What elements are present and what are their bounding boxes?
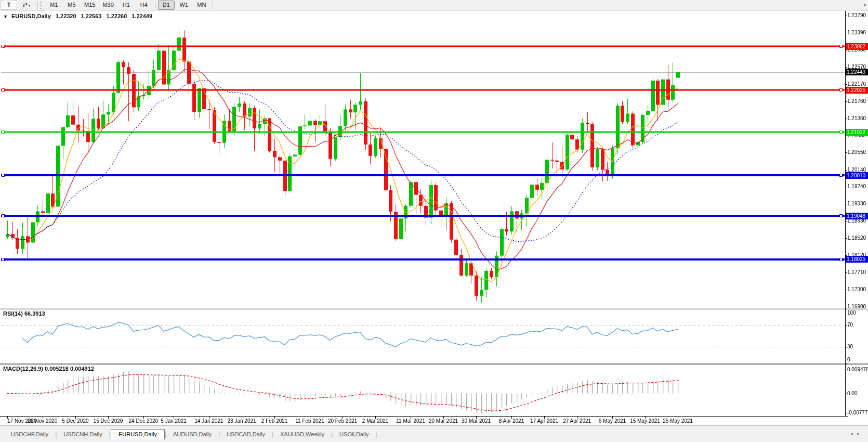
timeframe-button-h1[interactable]: H1 xyxy=(118,1,135,10)
chart-tab-usdcnh[interactable]: USDCNH,Daily xyxy=(57,430,109,439)
timeframe-button-h4[interactable]: H4 xyxy=(136,1,152,10)
timeframe-button-mn[interactable]: MN xyxy=(193,1,210,10)
timeframe-button-d1[interactable]: D1 xyxy=(158,1,175,10)
chart-tab-eurusd[interactable]: EURUSD,Daily xyxy=(111,429,165,439)
tabs-scroll-left-icon[interactable]: ◂ xyxy=(850,431,857,436)
tab-separator: | xyxy=(375,431,377,438)
chart-tab-usdcad[interactable]: USDCAD,Daily xyxy=(220,430,272,439)
text-tool-button[interactable]: T xyxy=(1,1,17,10)
timeframe-button-w1[interactable]: W1 xyxy=(176,1,192,10)
toolbar-separator xyxy=(155,2,155,9)
timeframe-button-m30[interactable]: M30 xyxy=(99,1,116,10)
chevron-down-icon: ▾ xyxy=(29,3,31,8)
trading-terminal-window: { "toolbar": { "text_tool": "T", "tools_… xyxy=(0,0,868,442)
chart-tab-xauusd[interactable]: XAUUSD,Weekly xyxy=(273,430,331,439)
timeframe-button-m15[interactable]: M15 xyxy=(81,1,98,10)
timeframe-toolbar: T ⇄▾ M1M5M15M30H1H4D1W1MN ▴ xyxy=(0,0,868,10)
toolbar-separator xyxy=(37,2,38,9)
timeframe-button-m1[interactable]: M1 xyxy=(46,1,62,10)
chart-tab-bar: USDCHF,Daily|USDCNH,Daily|EURUSD,Daily|A… xyxy=(0,425,868,442)
toolbar-overflow-icon[interactable]: ▴ xyxy=(863,2,866,7)
toolbar-grip xyxy=(41,2,44,9)
timeframe-button-m5[interactable]: M5 xyxy=(63,1,80,10)
chart-tab-usoil[interactable]: USOil,Daily xyxy=(333,430,375,439)
toolbar-separator xyxy=(213,2,213,9)
tabs-scroll-right-icon[interactable]: ▸ xyxy=(857,431,864,436)
chart-tab-usdchf[interactable]: USDCHF,Daily xyxy=(4,430,55,439)
chart-tab-audusd[interactable]: AUDUSD,Daily xyxy=(166,430,218,439)
chart-tools-button[interactable]: ⇄▾ xyxy=(18,1,35,10)
chart-tools-icon: ⇄ xyxy=(22,2,27,8)
price-chart-canvas[interactable] xyxy=(0,0,868,442)
